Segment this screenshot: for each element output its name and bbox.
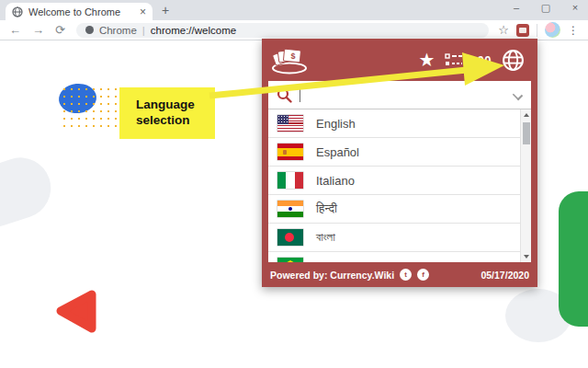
currency-list-icon[interactable] bbox=[445, 52, 463, 67]
tab-strip: Welcome to Chrome × + – ▢ × bbox=[0, 0, 588, 20]
address-url: chrome://welcome bbox=[151, 25, 236, 36]
language-label: English bbox=[316, 117, 356, 131]
bookmark-star-icon[interactable]: ☆ bbox=[498, 23, 509, 37]
facebook-icon[interactable]: f bbox=[417, 269, 429, 281]
window-maximize-button[interactable]: ▢ bbox=[540, 2, 551, 14]
language-row[interactable]: Italiano bbox=[268, 167, 520, 195]
tab-favicon-globe-icon bbox=[12, 6, 23, 17]
decorative-red-triangle bbox=[61, 294, 92, 328]
language-row[interactable]: বাংলা bbox=[268, 224, 520, 252]
decorative-dots-grid bbox=[61, 86, 121, 132]
language-row[interactable]: English bbox=[268, 109, 520, 138]
india-flag-icon bbox=[277, 201, 303, 217]
site-label: Chrome bbox=[99, 25, 137, 36]
scroll-down-button[interactable] bbox=[521, 251, 531, 262]
tab-welcome[interactable]: Welcome to Chrome × bbox=[6, 3, 153, 20]
site-icon bbox=[85, 26, 94, 34]
browser-toolbar: ← → ⟳ Chrome | chrome://welcome ☆ ⋮ bbox=[0, 20, 588, 40]
scroll-up-button[interactable] bbox=[521, 109, 531, 121]
search-icon bbox=[277, 87, 292, 103]
us-flag-icon bbox=[277, 115, 303, 132]
popup-footer: Powered by: Currency.Wiki t f 05/17/2020 bbox=[262, 262, 537, 287]
window-minimize-button[interactable]: – bbox=[511, 2, 522, 14]
tab-close-icon[interactable]: × bbox=[140, 6, 146, 17]
reload-icon[interactable]: ⟳ bbox=[55, 24, 65, 36]
language-label: বাংলা bbox=[316, 230, 335, 245]
favorites-star-icon[interactable]: ★ bbox=[418, 51, 435, 69]
popup-header: $ ★ .00 bbox=[262, 39, 537, 81]
language-search-input[interactable] bbox=[300, 81, 523, 109]
address-bar[interactable]: Chrome | chrome://welcome bbox=[76, 23, 489, 38]
scrollbar[interactable] bbox=[520, 109, 531, 262]
powered-by-label: Powered by: Currency.Wiki bbox=[270, 270, 394, 281]
address-separator: | bbox=[142, 25, 145, 36]
tab-title: Welcome to Chrome bbox=[28, 6, 140, 17]
language-panel: English Español Italiano हिन्दी বাংলা bbox=[268, 81, 531, 262]
currency-wiki-logo-icon: $ bbox=[269, 44, 310, 75]
back-icon[interactable]: ← bbox=[9, 24, 21, 36]
window-close-button[interactable]: × bbox=[570, 2, 581, 14]
language-row[interactable]: Português bbox=[268, 252, 520, 262]
toolbar-divider bbox=[537, 24, 537, 37]
annotation-language-selection: Language selection bbox=[119, 87, 215, 139]
rates-date: 05/17/2020 bbox=[481, 270, 529, 281]
forward-icon[interactable]: → bbox=[32, 24, 44, 36]
italy-flag-icon bbox=[277, 172, 303, 189]
scrollbar-thumb[interactable] bbox=[523, 122, 530, 144]
language-label: Italiano bbox=[316, 174, 355, 188]
currency-extension-icon[interactable] bbox=[516, 24, 529, 37]
bangladesh-flag-icon bbox=[277, 229, 303, 246]
new-tab-button[interactable]: + bbox=[162, 3, 169, 17]
decimal-precision-icon[interactable]: .00 bbox=[473, 53, 492, 67]
language-globe-icon[interactable] bbox=[502, 49, 525, 72]
decorative-green-shape bbox=[559, 191, 588, 327]
language-label: Español bbox=[316, 145, 359, 159]
profile-avatar[interactable] bbox=[545, 22, 560, 38]
language-list: English Español Italiano हिन्दी বাংলা bbox=[268, 109, 531, 262]
language-row[interactable]: Español bbox=[268, 138, 520, 167]
decorative-gray-blob bbox=[0, 150, 59, 235]
language-row[interactable]: हिन्दी bbox=[268, 195, 520, 224]
language-search-row bbox=[268, 81, 531, 109]
svg-text:$: $ bbox=[290, 52, 295, 61]
currency-extension-popup: $ ★ .00 bbox=[262, 39, 537, 287]
twitter-icon[interactable]: t bbox=[400, 269, 412, 281]
spain-flag-icon bbox=[277, 144, 303, 160]
language-label: हिन्दी bbox=[316, 201, 337, 216]
browser-menu-icon[interactable]: ⋮ bbox=[568, 24, 579, 37]
